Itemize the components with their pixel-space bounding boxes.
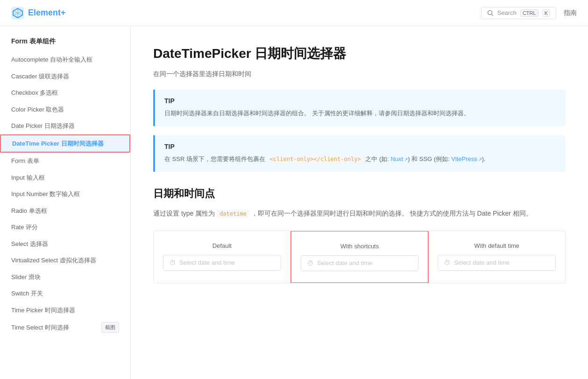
sidebar: Form 表单组件 Autocomplete 自动补全输入框 Cascader … — [0, 26, 131, 379]
demo-col-default: Default ⏱ Select date and time — [154, 231, 291, 283]
page-subtitle: 在同一个选择器里选择日期和时间 — [153, 70, 566, 78]
kbd-k: K — [542, 9, 550, 17]
header-right: Search CTRL K 指南 — [481, 7, 577, 19]
sidebar-item-cascader[interactable]: Cascader 级联选择器 — [0, 68, 130, 85]
demo-col-default-time-label: With default time — [474, 242, 519, 249]
sidebar-item-input-number[interactable]: Input Number 数字输入框 — [0, 186, 130, 203]
sidebar-item-time-picker[interactable]: Time Picker 时间选择器 — [0, 302, 130, 319]
sidebar-item-autocomplete[interactable]: Autocomplete 自动补全输入框 — [0, 51, 130, 68]
sidebar-item-time-select[interactable]: Time Select 时间选择 截图 — [0, 318, 130, 337]
demo-col-default-label: Default — [213, 242, 232, 249]
nuxt-link[interactable]: Nuxt — [390, 155, 408, 162]
sidebar-item-datetime-picker[interactable]: DateTime Picker 日期时间选择器 — [0, 134, 130, 153]
tip2-middle: 之中 (如: — [364, 155, 391, 162]
sidebar-item-select[interactable]: Select 选择器 — [0, 236, 130, 253]
tip2-code: <client-only></client-only> — [267, 155, 364, 163]
section-desc-after: ，即可在同一个选择器里同时进行日期和时间的选择。 快捷方式的使用方法与 Date… — [249, 210, 532, 217]
datetime-input-shortcuts-placeholder: Select date and time — [317, 260, 373, 267]
tip-box-2: TIP 在 SSR 场景下，您需要将组件包裹在 <client-only></c… — [153, 135, 566, 172]
sidebar-item-form[interactable]: Form 表单 — [0, 153, 130, 169]
sidebar-item-checkbox[interactable]: Checkbox 多选框 — [0, 84, 130, 101]
tip1-label: TIP — [164, 97, 556, 105]
tip-box-1: TIP 日期时间选择器来自日期选择器和时间选择器的组合。 关于属性的更详细解释，… — [153, 90, 566, 126]
sidebar-section-title: Form 表单组件 — [0, 34, 130, 51]
sidebar-item-radio[interactable]: Radio 单选框 — [0, 203, 130, 219]
datetime-input-default[interactable]: ⏱ Select date and time — [163, 255, 281, 271]
clock-icon-default-time: ⏱ — [444, 259, 450, 267]
sidebar-item-input[interactable]: Input 输入框 — [0, 169, 130, 186]
sidebar-item-slider[interactable]: Slider 滑块 — [0, 269, 130, 286]
demo-area: Default ⏱ Select date and time With shor… — [153, 231, 566, 283]
section-heading: 日期和时间点 — [153, 187, 566, 201]
search-button[interactable]: Search CTRL K — [481, 7, 556, 19]
datetime-input-shortcuts[interactable]: ⏱ Select date and time — [301, 255, 419, 271]
demo-col-shortcuts: With shortcuts ⏱ Select date and time — [290, 231, 429, 283]
logo-icon — [11, 7, 24, 20]
datetime-input-default-time-placeholder: Select date and time — [454, 259, 510, 266]
sidebar-item-date-picker[interactable]: Date Picker 日期选择器 — [0, 118, 130, 134]
layout: Form 表单组件 Autocomplete 自动补全输入框 Cascader … — [0, 26, 588, 379]
search-icon — [487, 10, 494, 16]
section-desc-before: 通过设置 type 属性为 — [153, 210, 217, 217]
datetime-input-default-time[interactable]: ⏱ Select date and time — [438, 255, 556, 271]
vitepress-link[interactable]: VitePress — [451, 155, 482, 162]
sidebar-item-switch[interactable]: Switch 开关 — [0, 285, 130, 302]
page-title: DateTimePicker 日期时间选择器 — [153, 45, 566, 63]
clock-icon-shortcuts: ⏱ — [307, 260, 313, 267]
demo-columns: Default ⏱ Select date and time With shor… — [154, 231, 565, 283]
datetime-input-default-placeholder: Select date and time — [179, 259, 235, 266]
demo-col-shortcuts-label: With shortcuts — [340, 243, 379, 250]
kbd-ctrl: CTRL — [520, 9, 538, 17]
section-desc: 通过设置 type 属性为 datetime ，即可在同一个选择器里同时进行日期… — [153, 208, 566, 219]
sidebar-item-rate[interactable]: Rate 评分 — [0, 219, 130, 236]
tip2-middle2: ) 和 SSG (例如: — [408, 155, 451, 162]
sidebar-item-virtualized-select[interactable]: Virtualized Select 虚拟化选择器 — [0, 252, 130, 269]
demo-col-default-time: With default time ⏱ Select date and time — [428, 231, 565, 283]
logo-text: Element+ — [28, 8, 66, 18]
clock-icon-default: ⏱ — [169, 259, 176, 267]
tip2-content: 在 SSR 场景下，您需要将组件包裹在 <client-only></clien… — [164, 154, 556, 164]
tip2-label: TIP — [164, 143, 556, 150]
header-left: Element+ — [11, 7, 66, 20]
section-desc-code: datetime — [217, 210, 249, 218]
tip2-before: 在 SSR 场景下，您需要将组件包裹在 — [164, 155, 267, 162]
tip2-after: ). — [482, 155, 486, 162]
main-content: DateTimePicker 日期时间选择器 在同一个选择器里选择日期和时间 T… — [131, 26, 588, 379]
sidebar-item-color-picker[interactable]: Color Picker 取色器 — [0, 101, 130, 118]
header: Element+ Search CTRL K 指南 — [0, 0, 588, 26]
search-label: Search — [497, 9, 517, 16]
tip1-content: 日期时间选择器来自日期选择器和时间选择器的组合。 关于属性的更详细解释，请参阅日… — [164, 108, 556, 119]
screenshot-tooltip: 截图 — [101, 322, 119, 333]
guide-link[interactable]: 指南 — [564, 9, 577, 17]
